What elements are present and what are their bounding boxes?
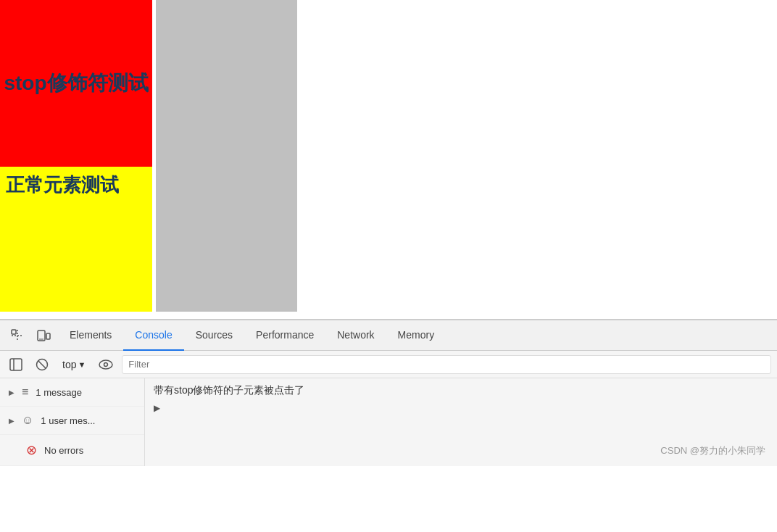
clear-console-button[interactable] bbox=[32, 354, 52, 375]
expand-icon: ▶ bbox=[9, 417, 14, 425]
tab-sources[interactable]: Sources bbox=[184, 320, 244, 351]
console-main: 带有stop修饰符的子元素被点击了 ▶ CSDN @努力的小朱同学 bbox=[145, 378, 777, 466]
list-icon: ≡ bbox=[22, 386, 28, 399]
console-expand-arrow[interactable]: ▶ bbox=[154, 403, 160, 413]
error-icon: ⊗ bbox=[26, 442, 37, 458]
device-toolbar-icon[interactable] bbox=[32, 324, 55, 347]
svg-point-10 bbox=[99, 360, 112, 369]
console-log-text: 带有stop修饰符的子元素被点击了 bbox=[154, 384, 304, 397]
console-toolbar: top ▼ bbox=[0, 351, 777, 378]
tab-performance[interactable]: Performance bbox=[244, 320, 325, 351]
red-box-text: stop修饰符测试 bbox=[4, 70, 148, 96]
sidebar-item-messages[interactable]: ▶ ≡ 1 message bbox=[0, 378, 144, 407]
svg-point-11 bbox=[104, 362, 108, 366]
context-selector[interactable]: top ▼ bbox=[58, 357, 90, 372]
sidebar-messages-label: 1 message bbox=[36, 387, 82, 398]
tab-memory[interactable]: Memory bbox=[386, 320, 446, 351]
devtools-panel: Elements Console Sources Performance Net… bbox=[0, 319, 777, 466]
context-label: top bbox=[62, 359, 76, 370]
svg-line-9 bbox=[38, 361, 46, 368]
tab-elements[interactable]: Elements bbox=[58, 320, 123, 351]
red-box[interactable]: stop修饰符测试 bbox=[0, 0, 152, 167]
main-content: stop修饰符测试 正常元素测试 bbox=[0, 0, 777, 319]
sidebar-user-messages-label: 1 user mes... bbox=[41, 415, 95, 426]
sidebar-toggle-button[interactable] bbox=[6, 354, 26, 375]
svg-rect-0 bbox=[12, 330, 16, 334]
devtools-tabs: Elements Console Sources Performance Net… bbox=[0, 320, 777, 351]
watermark: CSDN @努力的小朱同学 bbox=[660, 444, 765, 457]
tab-network[interactable]: Network bbox=[325, 320, 386, 351]
devtools-container: Elements Console Sources Performance Net… bbox=[0, 319, 777, 466]
svg-rect-4 bbox=[46, 333, 50, 339]
console-arrow-row: ▶ bbox=[154, 403, 768, 413]
yellow-box[interactable]: 正常元素测试 bbox=[0, 167, 152, 312]
console-sidebar: ▶ ≡ 1 message ▶ ☺ 1 user mes... ⊗ No err… bbox=[0, 378, 145, 466]
inspect-element-icon[interactable] bbox=[6, 324, 29, 347]
gray-box bbox=[156, 0, 297, 312]
sidebar-item-user-messages[interactable]: ▶ ☺ 1 user mes... bbox=[0, 407, 144, 435]
user-icon: ☺ bbox=[22, 414, 33, 427]
tab-console[interactable]: Console bbox=[123, 320, 183, 351]
svg-rect-6 bbox=[10, 359, 22, 370]
sidebar-errors-label: No errors bbox=[44, 445, 83, 456]
eye-icon[interactable] bbox=[96, 354, 116, 375]
left-panel: stop修饰符测试 正常元素测试 bbox=[0, 0, 152, 312]
expand-icon: ▶ bbox=[9, 388, 14, 396]
console-body: ▶ ≡ 1 message ▶ ☺ 1 user mes... ⊗ No err… bbox=[0, 378, 777, 466]
filter-input[interactable] bbox=[122, 355, 771, 374]
sidebar-item-errors[interactable]: ⊗ No errors bbox=[0, 435, 144, 466]
console-log-message: 带有stop修饰符的子元素被点击了 bbox=[154, 384, 768, 397]
yellow-box-text: 正常元素测试 bbox=[6, 173, 119, 198]
chevron-down-icon: ▼ bbox=[78, 360, 86, 369]
